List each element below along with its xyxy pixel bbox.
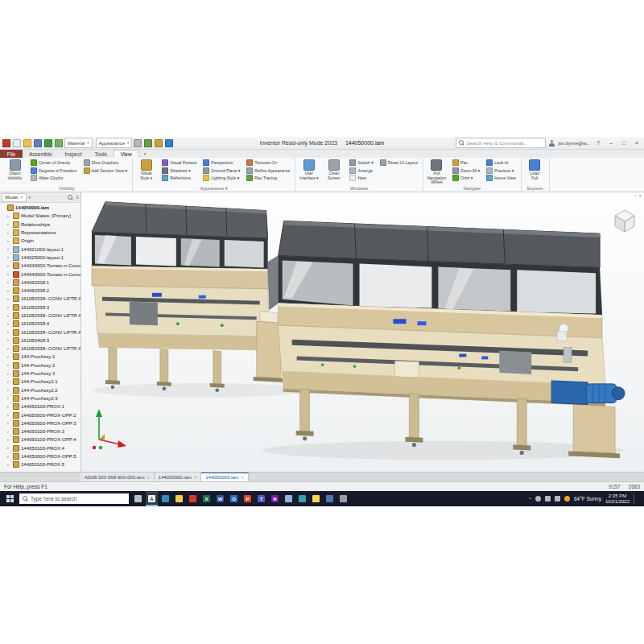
half-section-view-button[interactable]: Half Section View ▾	[82, 167, 130, 175]
tree-item[interactable]: ▸ 144-ProxAssy2:2	[0, 386, 80, 394]
expand-arrow-icon[interactable]: ▸	[7, 231, 11, 235]
document-tab[interactable]: 144003000.iam ×	[155, 473, 202, 481]
orbit-button[interactable]: Orbit ▾	[451, 175, 481, 182]
left-machine[interactable]	[92, 202, 270, 392]
home-view-button[interactable]: Home View	[485, 175, 517, 182]
file-tab[interactable]: File	[0, 150, 23, 158]
degrees-of-freedom-button[interactable]: Degrees of Freedom	[29, 167, 79, 175]
object-visibility-button[interactable]: Object Visibility	[4, 159, 26, 180]
clock[interactable]: 2:35 PM 10/21/2022	[605, 493, 630, 505]
expand-arrow-icon[interactable]: ▸	[7, 305, 11, 309]
toolbar-icon[interactable]	[55, 139, 63, 147]
tree-item[interactable]: ▸ 144050100-PROX:4	[0, 444, 80, 452]
help-search-box[interactable]: Search Help & Commands...	[456, 138, 546, 148]
expand-arrow-icon[interactable]: ▸	[7, 347, 11, 351]
tree-item[interactable]: ▸ 144-ProxAssy:2	[0, 361, 80, 369]
tree-item[interactable]: ▸ Relationships	[0, 221, 80, 229]
tree-item[interactable]: 144050000.iam	[0, 204, 80, 212]
close-icon[interactable]: ×	[194, 475, 196, 480]
taskbar-app-button[interactable]	[310, 491, 322, 506]
expand-arrow-icon[interactable]: ▸	[7, 297, 11, 301]
expand-arrow-icon[interactable]: ▸	[7, 388, 11, 392]
expand-arrow-icon[interactable]: ▸	[7, 463, 11, 467]
ribbon-tab[interactable]: View	[114, 150, 139, 158]
toolbar-icon[interactable]	[34, 139, 42, 147]
tree-item[interactable]: ▸ Origin	[0, 237, 80, 245]
expand-arrow-icon[interactable]: ▸	[7, 214, 11, 218]
reset-ui-layout-button[interactable]: Reset UI Layout	[378, 159, 419, 167]
toolbar-icon[interactable]	[2, 139, 10, 147]
tree-item[interactable]: ▸ 144050000-PROX-OPP:3	[0, 419, 80, 427]
taskbar-app-button[interactable]	[324, 491, 336, 506]
close-icon[interactable]: ×	[20, 195, 23, 200]
start-button[interactable]	[0, 491, 19, 506]
expand-arrow-icon[interactable]: ▸	[7, 314, 11, 318]
taskbar-app-button[interactable]	[337, 491, 349, 506]
textures-on-button[interactable]: Textures On	[245, 159, 291, 167]
restore-document-icon[interactable]: ▫	[634, 193, 636, 198]
load-full-button[interactable]: Load Full	[524, 159, 546, 180]
browser-tab-model[interactable]: Model ×	[2, 193, 27, 202]
tree-item[interactable]: ▸ 144-ProxAssy:1	[0, 353, 80, 361]
expand-arrow-icon[interactable]: ▸	[7, 372, 11, 376]
arrange-button[interactable]: Arrange	[348, 167, 374, 175]
taskbar-app-button[interactable]: P	[242, 491, 254, 506]
expand-arrow-icon[interactable]: ▸	[7, 355, 11, 359]
previous-button[interactable]: Previous ▾	[485, 167, 517, 175]
expand-arrow-icon[interactable]: ▸	[7, 438, 11, 442]
expand-arrow-icon[interactable]: ▸	[7, 222, 11, 226]
minimize-button[interactable]: –	[606, 138, 616, 148]
expand-arrow-icon[interactable]: ▸	[7, 330, 11, 334]
expand-arrow-icon[interactable]: ▸	[7, 430, 11, 434]
ground-plane-button[interactable]: Ground Plane ▾	[201, 167, 242, 175]
tree-item[interactable]: ▸ 144050100-PROX-OPP:4	[0, 436, 80, 444]
tree-item[interactable]: ▸ 144025000-layout:1	[0, 254, 80, 262]
tree-item[interactable]: ▸ 144040000-Tomato-n-Conveyors:1	[0, 262, 80, 270]
taskbar-app-button[interactable]	[159, 491, 171, 506]
switch-button[interactable]: Switch ▾	[348, 159, 374, 167]
signed-in-user[interactable]: jim.byrne@w...	[559, 141, 590, 146]
tree-item[interactable]: ▸ 161050338--CONV LIFTR ASSY:2	[0, 312, 80, 320]
tree-item[interactable]: ▸ 144050100-PROX:3	[0, 427, 80, 436]
taskbar-app-button[interactable]	[132, 491, 144, 506]
toolbar-icon[interactable]	[165, 139, 173, 147]
add-panel-icon[interactable]: +	[28, 195, 31, 200]
onedrive-icon[interactable]	[535, 496, 541, 502]
tree-item[interactable]: ▸ 144040000-Tomato-n-Conveyors-RH:1	[0, 270, 80, 278]
help-button[interactable]: ?	[593, 138, 603, 148]
expand-arrow-icon[interactable]: ▸	[7, 264, 11, 268]
tree-item[interactable]: ▸ Representations	[0, 229, 80, 237]
perspective-button[interactable]: Perspective	[201, 159, 242, 167]
tree-item[interactable]: ▸ 144060338:1	[0, 279, 80, 287]
document-tab[interactable]: 144050000.iam ×	[201, 473, 249, 481]
tree-item[interactable]: ▸ 144-ProxAssy2:3	[0, 394, 80, 402]
tree-item[interactable]: ▸ 144050000-PROX-OPP:5	[0, 452, 80, 460]
visual-presets-button[interactable]: Visual Presets	[160, 159, 198, 167]
toolbar-icon[interactable]	[155, 139, 163, 147]
browser-search-icon[interactable]	[68, 195, 73, 200]
taskbar-app-button[interactable]	[296, 491, 308, 506]
right-machine[interactable]	[268, 221, 625, 458]
tree-item[interactable]: ▸ 144021000-layout:1	[0, 245, 80, 253]
expand-arrow-icon[interactable]: ▸	[7, 239, 11, 243]
shadows-button[interactable]: Shadows ▾	[160, 167, 198, 175]
ribbon-tab[interactable]: Tools	[89, 150, 114, 158]
taskbar-app-button[interactable]: W	[214, 491, 226, 506]
expand-arrow-icon[interactable]: ▸	[7, 413, 11, 417]
toolbar-icon[interactable]	[44, 139, 52, 147]
toolbar-icon[interactable]	[134, 139, 142, 147]
taskbar-app-button[interactable]	[283, 491, 295, 506]
slice-graphics-button[interactable]: Slice Graphics	[82, 159, 130, 167]
new-button[interactable]: New	[348, 175, 374, 182]
tree-item[interactable]: ▸ 144-ProxAssy:3	[0, 369, 80, 378]
expand-arrow-icon[interactable]: ▸	[7, 363, 11, 367]
reflections-button[interactable]: Reflections	[160, 175, 198, 182]
tree-item[interactable]: ▸ 161050338--CONV LIFTR ASSY:3	[0, 328, 80, 336]
shield-icon[interactable]	[545, 496, 551, 502]
expand-arrow-icon[interactable]: ▸	[7, 421, 11, 425]
taskbar-app-button[interactable]	[187, 491, 199, 506]
taskbar-app-button[interactable]: T	[255, 491, 267, 506]
document-tab[interactable]: AD08-300-568-900-000.iam ×	[80, 473, 155, 481]
tree-item[interactable]: ▸ 161050338:3	[0, 303, 80, 312]
taskbar-app-button[interactable]	[173, 491, 185, 506]
